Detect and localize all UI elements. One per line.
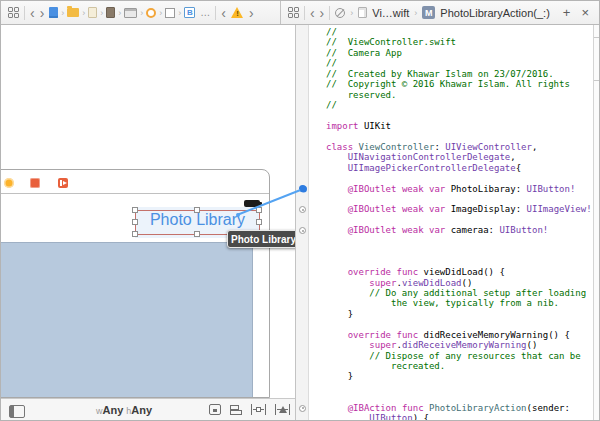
- resize-handle[interactable]: [194, 231, 200, 237]
- code-line: //: [326, 100, 593, 110]
- resize-handle[interactable]: [132, 231, 138, 237]
- back-button[interactable]: ‹: [30, 6, 35, 20]
- breadcrumb: ›››››››B: [49, 7, 195, 18]
- connection-well[interactable]: [299, 405, 306, 412]
- file-icon-light[interactable]: [88, 7, 97, 18]
- connection-well[interactable]: [299, 227, 306, 234]
- code-line: //: [326, 27, 593, 37]
- divider: [215, 6, 216, 20]
- divider: [329, 6, 330, 20]
- resize-handle[interactable]: [256, 219, 262, 225]
- related-items-icon[interactable]: [8, 7, 19, 18]
- code-line: UIImagePickerControllerDelegate{: [326, 163, 593, 173]
- forward-button[interactable]: ›: [320, 6, 325, 20]
- code-line: [326, 319, 593, 329]
- view-controller-scene[interactable]: [1, 169, 270, 398]
- resize-handle[interactable]: [194, 207, 200, 213]
- scrollbar[interactable]: [593, 25, 599, 421]
- related-items-icon[interactable]: [288, 7, 299, 18]
- scrollbar-tick: [594, 80, 599, 81]
- forward-button[interactable]: ›: [40, 6, 45, 20]
- size-class-control[interactable]: wAny hAny: [96, 404, 152, 416]
- code-line: class ViewController: UIViewController,: [326, 142, 593, 152]
- code-line: [326, 392, 593, 402]
- exit-segue-icon[interactable]: [58, 178, 68, 188]
- code-line: override func viewDidLoad() {: [326, 267, 593, 277]
- close-assistant-button[interactable]: ×: [578, 5, 592, 20]
- code-line: [326, 215, 593, 225]
- storyboard-document-icon[interactable]: [49, 7, 58, 18]
- connection-well-connected[interactable]: [299, 185, 306, 192]
- view-icon[interactable]: [165, 8, 175, 18]
- autolayout-buttons: [209, 404, 290, 415]
- pin-constraints-icon[interactable]: [251, 404, 266, 415]
- code-line: [326, 194, 593, 204]
- button-icon[interactable]: B: [184, 7, 195, 18]
- code-line: the view, typically from a nib.: [326, 298, 593, 308]
- width-value: Any: [103, 404, 124, 416]
- code-line: }: [326, 309, 593, 319]
- code-lines[interactable]: //// ViewController.swift// Camera App//…: [309, 25, 593, 421]
- chevron-separator-icon: ›: [350, 8, 353, 18]
- resize-handle[interactable]: [132, 207, 138, 213]
- canvas-bottom-bar: wAny hAny: [1, 398, 295, 421]
- chevron-separator-icon: ›: [178, 8, 181, 18]
- code-line: [326, 131, 593, 141]
- resolve-autolayout-icon[interactable]: [275, 404, 290, 415]
- code-line: UIButton) {: [326, 413, 593, 421]
- add-assistant-button[interactable]: +: [560, 5, 574, 20]
- view-controller-icon[interactable]: [146, 8, 156, 18]
- counterpart-icon[interactable]: [335, 8, 345, 18]
- code-line: // Do any additional setup after loading: [326, 288, 593, 298]
- swift-file-icon: [358, 7, 367, 18]
- jumpbar-assistant: ‹ › › Vi…wift › M PhotoLibraryAction(_:)…: [281, 1, 599, 24]
- code-line: [326, 236, 593, 246]
- status-bar-battery-icon: [244, 200, 260, 207]
- resize-handle[interactable]: [256, 207, 262, 213]
- code-line: }: [326, 371, 593, 381]
- scrollbar-tick: [594, 37, 599, 38]
- chevron-separator-icon: ›: [140, 8, 143, 18]
- resize-handle[interactable]: [132, 219, 138, 225]
- assistant-editor: //// ViewController.swift// Camera App//…: [296, 25, 599, 421]
- window-icon[interactable]: [124, 8, 137, 18]
- align-icon[interactable]: [230, 404, 242, 415]
- code-line: @IBOutlet weak var cameraa: UIButton!: [326, 225, 593, 235]
- code-line: @IBOutlet weak var ImageDisplay: UIImage…: [326, 204, 593, 214]
- next-issue-button[interactable]: ›: [249, 6, 254, 20]
- chevron-separator-icon: ›: [118, 8, 121, 18]
- interface-builder-canvas[interactable]: Photo Library Photo Library wAny hAny: [1, 25, 296, 421]
- divider: [304, 6, 305, 20]
- connection-well[interactable]: [299, 206, 306, 213]
- code-line: // Dispose of any resources that can be: [326, 351, 593, 361]
- code-line: override func didReceiveMemoryWarning() …: [326, 330, 593, 340]
- uiimageview-placeholder[interactable]: [1, 242, 253, 398]
- editor-split: Photo Library Photo Library wAny hAny: [1, 25, 599, 421]
- file-breadcrumb-label[interactable]: Vi…wift: [372, 7, 409, 19]
- code-line: [326, 173, 593, 183]
- code-line: UINavigationControllerDelegate,: [326, 152, 593, 162]
- embed-in-stack-icon[interactable]: [209, 404, 221, 415]
- code-line: recreated.: [326, 361, 593, 371]
- code-line: reserved.: [326, 90, 593, 100]
- folder-icon[interactable]: [67, 8, 79, 17]
- method-breadcrumb-label[interactable]: PhotoLibraryAction(_:): [440, 7, 549, 19]
- back-button[interactable]: ‹: [310, 6, 315, 20]
- chevron-separator-icon: ›: [159, 8, 162, 18]
- code-line: // Created by Khawar Islam on 23/07/2016…: [326, 69, 593, 79]
- breadcrumb-ellipsis[interactable]: …: [200, 7, 210, 18]
- previous-issue-button[interactable]: ‹: [221, 6, 226, 20]
- height-value: Any: [131, 404, 152, 416]
- code-line: @IBAction func PhotoLibraryAction(sender…: [326, 403, 593, 413]
- divider: [24, 6, 25, 20]
- chevron-separator-icon: ›: [82, 8, 85, 18]
- file-icon-dark[interactable]: [106, 7, 115, 18]
- code-line: [326, 246, 593, 256]
- first-responder-icon[interactable]: [30, 178, 40, 188]
- document-outline-toggle-icon[interactable]: [9, 405, 25, 418]
- warning-icon[interactable]: !: [231, 7, 244, 18]
- jump-bars: ‹ › ›››››››B … ‹ ! › ‹ › › Vi…wift › M P…: [1, 1, 599, 25]
- view-controller-icon[interactable]: [4, 178, 14, 188]
- code-gutter: [296, 25, 309, 421]
- code-line: import UIKit: [326, 121, 593, 131]
